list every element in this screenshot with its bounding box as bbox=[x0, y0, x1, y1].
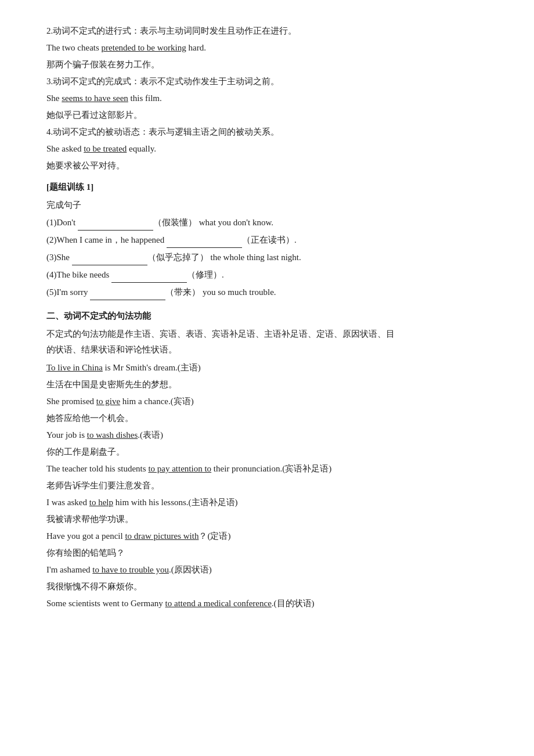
section4-heading: 4.动词不定式的被动语态：表示与逻辑主语之间的被动关系。 bbox=[46, 124, 488, 140]
underline-topay: to pay attention to bbox=[148, 464, 211, 473]
exercise1-item2: (2)When I came in，he happened （正在读书）. bbox=[46, 232, 488, 248]
s2ex6-en: Have you got a pencil to draw pictures w… bbox=[46, 528, 488, 544]
underline-toattend: to attend a medical conference bbox=[165, 599, 272, 608]
section4-zh1: 她要求被公平对待。 bbox=[46, 158, 488, 174]
section3-zh1: 她似乎已看过这部影片。 bbox=[46, 107, 488, 123]
underline-tohave: to have to trouble you bbox=[92, 565, 169, 574]
s2ex7-zh: 我很惭愧不得不麻烦你。 bbox=[46, 579, 488, 595]
blank1[interactable] bbox=[78, 214, 153, 231]
s2ex2-en: She promised to give him a chance.(宾语) bbox=[46, 394, 488, 409]
s2ex3-en: Your job is to wash dishes.(表语) bbox=[46, 427, 488, 443]
section3-en1: She seems to have seen this film. bbox=[46, 91, 488, 106]
blank3[interactable] bbox=[72, 249, 147, 265]
section3-heading: 3.动词不定式的完成式：表示不定式动作发生于主动词之前。 bbox=[46, 74, 488, 89]
blank5[interactable] bbox=[90, 284, 165, 300]
underline-seems: seems to have seen bbox=[62, 93, 128, 103]
exercise1-bracket-header: [题组训练 1] bbox=[46, 179, 488, 195]
underline-towash: to wash dishes bbox=[87, 430, 138, 440]
underline-pretended: pretended to be working bbox=[102, 43, 186, 52]
blank2[interactable] bbox=[167, 232, 242, 248]
s2ex7-en: I'm ashamed to have to trouble you.(原因状语… bbox=[46, 562, 488, 578]
section2-en1: The two cheats pretended to be working h… bbox=[46, 40, 488, 56]
section2-zh1: 那两个骗子假装在努力工作。 bbox=[46, 57, 488, 73]
section2-heading: 2.动词不定式的进行式：表示与主动词同时发生且动作正在进行。 bbox=[46, 23, 488, 39]
exercise1-subheading: 完成句子 bbox=[46, 197, 488, 213]
underline-togive: to give bbox=[96, 397, 120, 406]
exercise1-item4: (4)The bike needs （修理）. bbox=[46, 267, 488, 283]
underline-tolive: To live in China bbox=[46, 363, 103, 372]
section2-main-heading: 二、动词不定式的句法功能 bbox=[46, 308, 488, 324]
exercise1-item3: (3)She （似乎忘掉了） the whole thing last nigh… bbox=[46, 249, 488, 265]
underline-treated: to be treated bbox=[84, 144, 127, 153]
exercise1-item5: (5)I'm sorry （带来） you so much trouble. bbox=[46, 284, 488, 300]
s2ex2-zh: 她答应给他一个机会。 bbox=[46, 411, 488, 426]
exercise1-item1: (1)Don't （假装懂） what you don't know. bbox=[46, 214, 488, 231]
s2ex4-en: The teacher told his students to pay att… bbox=[46, 461, 488, 477]
s2ex5-en: I was asked to help him with his lessons… bbox=[46, 495, 488, 510]
s2ex1-zh: 生活在中国是史密斯先生的梦想。 bbox=[46, 377, 488, 393]
underline-tohelp: to help bbox=[89, 498, 113, 507]
underline-todraw: to draw pictures with bbox=[125, 531, 199, 541]
section4-en1: She asked to be treated equally. bbox=[46, 141, 488, 157]
s2ex4-zh: 老师告诉学生们要注意发音。 bbox=[46, 478, 488, 494]
s2ex6-zh: 你有绘图的铅笔吗？ bbox=[46, 545, 488, 561]
s2ex1-en: To live in China is Mr Smith's dream.(主语… bbox=[46, 360, 488, 376]
s2ex5-zh: 我被请求帮他学功课。 bbox=[46, 512, 488, 527]
s2ex3-zh: 你的工作是刷盘子。 bbox=[46, 444, 488, 460]
section2-intro: 不定式的句法功能是作主语、宾语、表语、宾语补足语、主语补足语、定语、原因状语、目… bbox=[46, 326, 488, 358]
blank4[interactable] bbox=[111, 267, 187, 283]
s2ex8-en: Some scientists went to Germany to atten… bbox=[46, 596, 488, 611]
